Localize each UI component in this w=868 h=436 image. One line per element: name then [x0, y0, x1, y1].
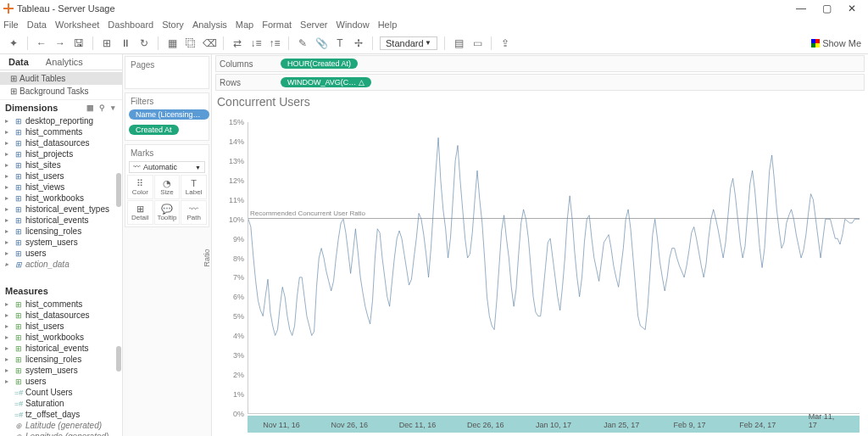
marks-path[interactable]: 〰Path: [181, 200, 207, 225]
labels-icon[interactable]: ✢: [352, 36, 365, 50]
duplicate-icon[interactable]: ⿻: [184, 36, 198, 50]
pages-card[interactable]: Pages: [125, 56, 209, 89]
dimension-field[interactable]: ▸⊞licensing_roles: [0, 226, 122, 237]
minimize-button[interactable]: —: [788, 3, 814, 14]
sort-asc-icon[interactable]: ↓≡: [249, 36, 263, 50]
columns-pill[interactable]: HOUR(Created At): [281, 59, 358, 69]
highlight-icon[interactable]: ✎: [296, 36, 309, 50]
geo-field[interactable]: ⊕Latitude (generated): [0, 420, 122, 431]
chart[interactable]: Ratio 0%1%2%3%4%5%6%7%8%9%10%11%12%13%14…: [214, 110, 863, 433]
measure-field[interactable]: ▸⊞hist_users: [0, 321, 122, 332]
dimension-field[interactable]: ▸⊞users: [0, 248, 122, 259]
marks-detail[interactable]: ⊞Detail: [127, 200, 153, 225]
dim-header-controls[interactable]: ▦ ⚲ ▾: [86, 103, 117, 112]
forward-icon[interactable]: →: [53, 36, 67, 50]
columns-label: Columns: [220, 59, 279, 69]
marks-label[interactable]: TLabel: [181, 175, 207, 199]
filter-pill-name[interactable]: Name (Licensing Rol…: [129, 109, 209, 120]
share-icon[interactable]: ⇪: [498, 36, 512, 50]
dimension-field[interactable]: ▸⊞action_data: [0, 259, 122, 270]
refresh-icon[interactable]: ↻: [137, 36, 151, 50]
marks-type-selector[interactable]: 〰Automatic▼: [129, 161, 205, 173]
fit-selector[interactable]: Standard ▼: [380, 36, 437, 50]
dimension-field[interactable]: ▸⊞hist_datasources: [0, 137, 122, 148]
measure-field[interactable]: ▸⊞users: [0, 376, 122, 387]
columns-shelf[interactable]: Columns HOUR(Created At): [215, 55, 865, 72]
show-me-button[interactable]: Show Me: [811, 38, 861, 48]
dimension-field[interactable]: ▸⊞hist_comments: [0, 126, 122, 137]
menu-map[interactable]: Map: [236, 20, 253, 30]
y-tick: 1%: [233, 390, 244, 399]
menu-file[interactable]: File: [3, 20, 19, 30]
marks-tooltip[interactable]: 💬Tooltip: [154, 200, 181, 225]
totals-icon[interactable]: T: [333, 36, 347, 50]
calc-field[interactable]: =#Saturation: [0, 398, 122, 409]
menu-window[interactable]: Window: [337, 20, 370, 30]
x-axis: Nov 11, 16Nov 26, 16Dec 11, 16Dec 26, 16…: [248, 416, 860, 433]
group-icon[interactable]: 📎: [314, 36, 328, 50]
sort-desc-icon[interactable]: ↑≡: [268, 36, 281, 50]
back-icon[interactable]: ←: [35, 36, 48, 50]
dimension-field[interactable]: ▸⊞hist_views: [0, 182, 122, 193]
tableau-logo-icon[interactable]: ✦: [7, 36, 20, 50]
dimension-field[interactable]: ▸⊞hist_projects: [0, 148, 122, 159]
menu-server[interactable]: Server: [300, 20, 327, 30]
dimension-field[interactable]: ▸⊞desktop_reporting: [0, 115, 122, 126]
dimension-field[interactable]: ▸⊞hist_sites: [0, 159, 122, 170]
viz-title[interactable]: Concurrent Users: [214, 93, 863, 110]
measure-field[interactable]: ▸⊞hist_comments: [0, 299, 122, 310]
measure-field[interactable]: ▸⊞system_users: [0, 365, 122, 376]
close-button[interactable]: ✕: [839, 3, 865, 14]
save-icon[interactable]: 🖫: [72, 36, 86, 50]
db-icon: ⊞: [10, 74, 17, 83]
measure-field[interactable]: ▸⊞licensing_roles: [0, 354, 122, 365]
menu-help[interactable]: Help: [378, 20, 398, 30]
rows-shelf[interactable]: Rows WINDOW_AVG(C… △: [215, 74, 865, 91]
tab-data[interactable]: Data: [0, 54, 37, 70]
dimensions-header: Dimensions▦ ⚲ ▾: [0, 100, 122, 115]
dimension-field[interactable]: ▸⊞historical_events: [0, 215, 122, 226]
measure-field[interactable]: ▸⊞hist_datasources: [0, 310, 122, 321]
new-datasource-icon[interactable]: ⊞: [100, 36, 114, 50]
calc-field[interactable]: =#tz_offset_days: [0, 409, 122, 420]
y-axis: 0%1%2%3%4%5%6%7%8%9%10%11%12%13%14%15%: [219, 122, 244, 414]
marks-size[interactable]: ◔Size: [154, 175, 181, 199]
swap-icon[interactable]: ⇄: [231, 36, 244, 50]
geo-field[interactable]: ⊕Longitude (generated): [0, 431, 122, 436]
datasource-audit-tables[interactable]: ⊞Audit Tables: [0, 72, 122, 85]
maximize-button[interactable]: ▢: [814, 3, 839, 14]
menubar: File Data Worksheet Dashboard Story Anal…: [0, 17, 868, 32]
plot-area[interactable]: Recommended Concurrent User Ratio: [248, 122, 860, 414]
scrollbar-thumb[interactable]: [116, 173, 121, 207]
dimension-field[interactable]: ▸⊞hist_workbooks: [0, 193, 122, 204]
filter-pill-created-at[interactable]: Created At: [129, 125, 179, 135]
menu-format[interactable]: Format: [262, 20, 292, 30]
menu-dashboard[interactable]: Dashboard: [108, 20, 153, 30]
x-tick: Jan 10, 17: [536, 421, 571, 429]
measure-field[interactable]: ▸⊞hist_workbooks: [0, 332, 122, 343]
worksheet-area: Columns HOUR(Created At) Rows WINDOW_AVG…: [212, 54, 868, 436]
menu-worksheet[interactable]: Worksheet: [55, 20, 99, 30]
clear-icon[interactable]: ⌫: [203, 36, 216, 50]
calc-field[interactable]: =#Count Users: [0, 387, 122, 398]
x-tick: Feb 9, 17: [673, 421, 705, 429]
pause-updates-icon[interactable]: ⏸: [119, 36, 132, 50]
tab-analytics[interactable]: Analytics: [37, 54, 92, 70]
presentation-icon[interactable]: ▭: [470, 36, 484, 50]
menu-data[interactable]: Data: [27, 20, 47, 30]
rows-pill[interactable]: WINDOW_AVG(C… △: [281, 77, 371, 87]
menu-analysis[interactable]: Analysis: [192, 20, 227, 30]
dimension-field[interactable]: ▸⊞historical_event_types: [0, 204, 122, 215]
x-tick: Jan 25, 17: [604, 421, 639, 429]
menu-story[interactable]: Story: [162, 20, 184, 30]
datasource-background-tasks[interactable]: ⊞Background Tasks: [0, 85, 122, 98]
filters-card[interactable]: Filters Name (Licensing Rol… Created At: [125, 92, 209, 141]
new-worksheet-icon[interactable]: ▦: [165, 36, 179, 50]
filters-card-title: Filters: [127, 95, 207, 108]
cards-icon[interactable]: ▤: [452, 36, 465, 50]
dimension-field[interactable]: ▸⊞hist_users: [0, 170, 122, 182]
dimension-field[interactable]: ▸⊞system_users: [0, 237, 122, 248]
scrollbar-thumb[interactable]: [116, 346, 121, 372]
marks-color[interactable]: ⠿Color: [127, 175, 153, 199]
measure-field[interactable]: ▸⊞historical_events: [0, 343, 122, 354]
